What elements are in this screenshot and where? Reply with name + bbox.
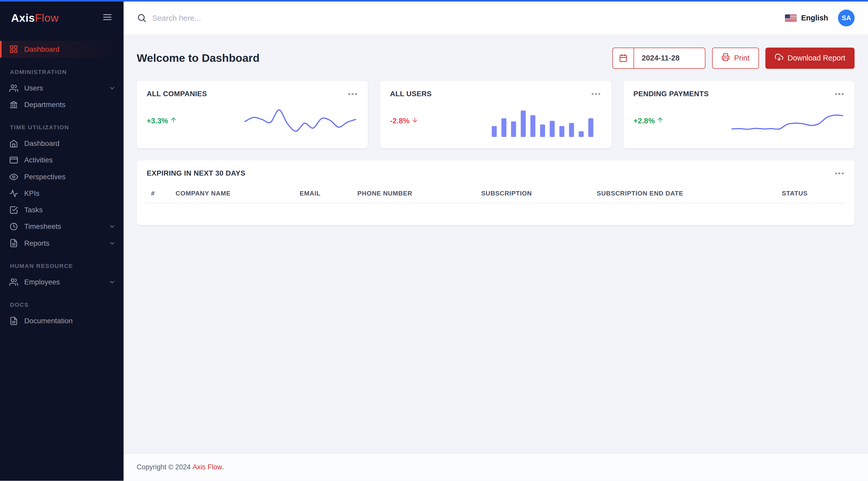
sidebar-item-employees[interactable]: Employees [0,274,124,291]
eye-icon [9,173,18,181]
card-title: EXPIRING IN NEXT 30 DAYS [147,169,245,177]
more-options-icon [592,93,593,95]
stat-card-body: -2.8% [390,103,601,139]
footer: Copyright © 2024 Axis Flow. [124,453,868,481]
date-input[interactable] [634,54,705,62]
table-column-header: COMPANY NAME [171,183,295,203]
sidebar-item-perspectives[interactable]: Perspectives [0,169,124,185]
sidebar-item-label: Perspectives [24,173,65,181]
main-column: English SA Welcome to Dashboard Print [124,2,868,480]
table-column-header: SUBSCRIPTION [477,183,592,203]
table-header-row: #COMPANY NAMEEMAILPHONE NUMBERSUBSCRIPTI… [147,183,844,203]
sidebar-item-activities[interactable]: Activities [0,152,124,168]
activity-icon [9,189,18,198]
sidebar-item-reports[interactable]: Reports [0,235,124,251]
expiring-subscriptions-table: #COMPANY NAMEEMAILPHONE NUMBERSUBSCRIPTI… [147,183,844,216]
sidebar-item-label: Users [24,84,43,92]
sidebar-item-label: Employees [24,278,60,286]
stat-card-title: ALL COMPANIES [147,90,207,98]
sparkline-chart [486,104,601,138]
sidebar-item-documentation[interactable]: Documentation [0,313,124,329]
app: AxisFlow DashboardADMINISTRATIONUsersDep… [0,2,868,480]
trend-value: +3.3% [147,116,177,125]
sidebar-item-label: Documentation [24,317,73,325]
stat-card-title: ALL USERS [390,90,432,98]
sidebar-item-kpis[interactable]: KPIs [0,185,124,202]
nav-section-label: ADMINISTRATION [10,69,114,76]
hamburger-menu-icon [102,12,113,24]
chevron-down-icon [108,240,116,247]
sidebar-item-dashboard[interactable]: Dashboard [0,135,124,152]
language-label: English [801,14,828,22]
nav-section-label: HUMAN RESOURCE [10,263,114,269]
avatar[interactable]: SA [838,9,855,26]
date-picker[interactable] [612,48,705,68]
table-column-header: # [147,183,171,203]
sidebar-header: AxisFlow [0,2,124,34]
table-column-header: PHONE NUMBER [353,183,477,203]
sidebar-item-label: Departments [24,100,65,109]
stat-card-all-users: ALL USERS -2.8% [380,81,611,148]
card-header: PENDING PAYMENTS [633,90,845,98]
table-empty-row [147,203,844,216]
calendar-icon[interactable] [613,48,634,68]
print-button[interactable]: Print [712,48,759,68]
page-header: Welcome to Dashboard Print Download Repo… [137,48,855,68]
card-menu-button[interactable] [834,169,845,178]
sparkline-chart [730,104,845,138]
header-actions: Print Download Report [612,48,855,68]
sidebar-item-label: Activities [24,156,53,164]
brand-link[interactable]: Axis Flow [193,463,222,471]
sidebar-item-label: KPIs [24,189,39,198]
card-menu-button[interactable] [347,90,358,98]
trend-value: -2.8% [390,116,418,125]
card-menu-button[interactable] [834,90,845,98]
sidebar-item-tasks[interactable]: Tasks [0,202,124,218]
sidebar-item-label: Dashboard [24,45,59,54]
print-button-label: Print [734,54,749,62]
sidebar-item-departments[interactable]: Departments [0,96,124,113]
download-report-button[interactable]: Download Report [765,48,855,68]
card-header: ALL COMPANIES [147,90,358,98]
sidebar-toggle-button[interactable] [100,10,115,26]
language-selector[interactable]: English [785,14,828,22]
us-flag-icon [785,14,797,22]
stat-card-all-companies: ALL COMPANIES +3.3% [137,81,368,148]
grid-icon [9,45,18,54]
sidebar-item-label: Reports [24,239,50,247]
more-options-icon [348,93,350,95]
expiring-subscriptions-card: EXPIRING IN NEXT 30 DAYS #COMPANY NAMEEM… [137,160,855,225]
table-column-header: SUBSCRIPTION END DATE [592,183,778,203]
search-input[interactable] [152,14,780,23]
app-logo[interactable]: AxisFlow [11,12,59,24]
copyright-text: Copyright © 2024 [137,463,191,471]
more-options-icon [835,173,837,174]
stat-card-title: PENDING PAYMENTS [633,90,709,98]
sidebar-item-timesheets[interactable]: Timesheets [0,218,124,235]
stat-card-body: +3.3% [147,103,358,139]
more-options-icon [835,93,837,95]
sidebar-item-label: Dashboard [24,140,59,148]
card-header: EXPIRING IN NEXT 30 DAYS [147,169,844,178]
check-square-icon [9,206,18,214]
copyright-suffix: . [222,463,224,471]
trend-value: +2.8% [633,116,664,125]
card-menu-button[interactable] [591,90,601,98]
bank-icon [9,100,18,109]
file-text-icon [9,239,18,247]
page-content: Welcome to Dashboard Print Download Repo… [124,34,868,453]
clock-icon [9,222,18,231]
card-header: ALL USERS [390,90,601,98]
chevron-down-icon [108,85,116,92]
sidebar-item-users[interactable]: Users [0,80,124,96]
nav-section-label: TIME UTILIZATION [10,124,114,131]
search-icon[interactable] [137,13,147,23]
sidebar: AxisFlow DashboardADMINISTRATIONUsersDep… [0,2,124,480]
users-icon [9,84,18,93]
printer-icon [721,53,730,63]
logo-text-primary: Axis [11,12,35,24]
stat-cards-row: ALL COMPANIES +3.3% ALL USERS -2.8% PEND… [137,81,855,148]
stat-card-body: +2.8% [633,103,845,139]
sidebar-item-dashboard[interactable]: Dashboard [0,41,124,57]
table-column-header: STATUS [778,183,845,203]
